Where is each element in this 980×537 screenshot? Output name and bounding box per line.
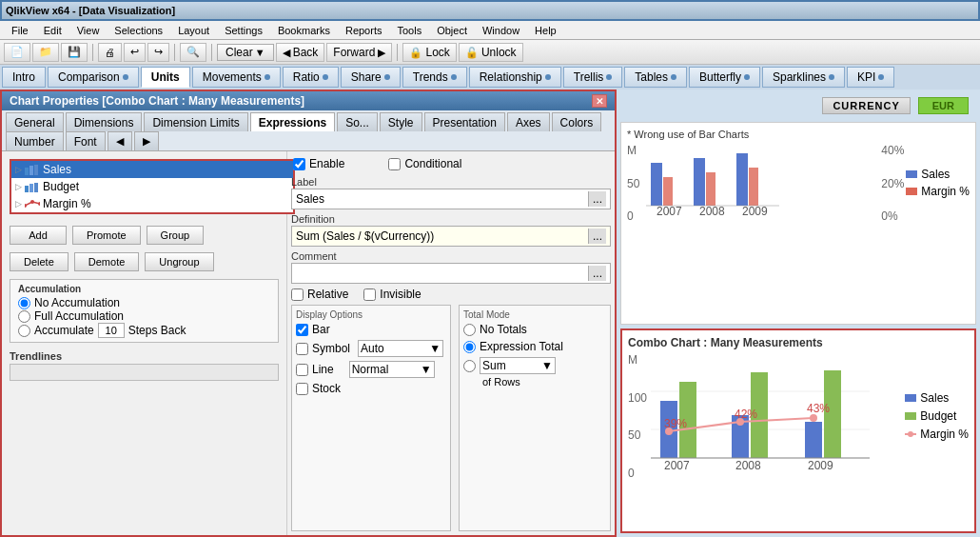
dialog-tab-number[interactable]: Number [6, 131, 64, 150]
conditional-checkbox[interactable] [388, 158, 401, 170]
enable-checkbox[interactable] [293, 158, 305, 170]
dialog-tab-axes[interactable]: Axes [507, 112, 550, 131]
definition-input[interactable]: Sum (Sales / $(vCurrency)) ... [291, 226, 611, 247]
dialog-tab-dimension-limits[interactable]: Dimension Limits [144, 112, 247, 131]
dialog-tab-colors[interactable]: Colors [552, 112, 602, 131]
no-totals-radio[interactable]: No Totals [463, 323, 606, 336]
line-select[interactable]: Normal▼ [349, 361, 435, 378]
dialog-close-button[interactable]: ✕ [592, 94, 607, 108]
tab-comparison-dot [123, 74, 128, 80]
conditional-checkbox-label[interactable]: Conditional [388, 157, 461, 170]
dialog-tab-nav-right[interactable]: ▶ [134, 131, 159, 150]
menu-object[interactable]: Object [429, 23, 475, 38]
sum-radio[interactable]: Sum▼ [463, 357, 606, 374]
of-rows-label: of Rows [463, 376, 606, 388]
line-check-label[interactable]: Line Normal▼ [296, 361, 446, 378]
new-button[interactable]: 📄 [4, 43, 30, 62]
demote-button[interactable]: Demote [74, 252, 140, 271]
tab-relationship[interactable]: Relationship [469, 67, 561, 88]
stock-checkbox[interactable] [296, 383, 308, 395]
svg-text:42%: 42% [735, 408, 757, 421]
group-button[interactable]: Group [147, 226, 205, 245]
tab-intro[interactable]: Intro [2, 67, 46, 88]
menu-selections[interactable]: Selections [107, 23, 170, 38]
sep4 [397, 44, 398, 61]
symbol-checkbox[interactable] [296, 343, 308, 355]
symbol-select[interactable]: Auto▼ [358, 340, 443, 357]
ungroup-button[interactable]: Ungroup [145, 252, 213, 271]
label-input[interactable]: Sales ... [291, 189, 611, 209]
dialog-tab-presentation[interactable]: Presentation [424, 112, 505, 131]
unlock-button[interactable]: 🔓 Unlock [459, 43, 523, 62]
dialog-tab-expressions[interactable]: Expressions [250, 112, 335, 131]
enable-checkbox-label[interactable]: Enable [293, 157, 344, 170]
menu-edit[interactable]: Edit [36, 23, 69, 38]
accum-full-radio[interactable]: Full Accumulation [18, 309, 270, 323]
expr-sales[interactable]: ▷ Sales [11, 161, 293, 178]
symbol-check-label[interactable]: Symbol Auto▼ [296, 340, 446, 357]
menu-reports[interactable]: Reports [338, 23, 390, 38]
delete-button[interactable]: Delete [10, 252, 69, 271]
tab-sparklines[interactable]: Sparklines [762, 67, 845, 88]
invisible-checkbox[interactable] [363, 288, 376, 301]
lock-button[interactable]: 🔒 Lock [402, 43, 456, 62]
tab-tables[interactable]: Tables [624, 67, 687, 88]
clear-button[interactable]: Clear ▼ [217, 44, 274, 61]
save-button[interactable]: 💾 [61, 43, 88, 62]
menu-view[interactable]: View [69, 23, 108, 38]
menu-settings[interactable]: Settings [217, 23, 270, 38]
line-checkbox[interactable] [296, 364, 308, 376]
tab-share[interactable]: Share [341, 67, 401, 88]
menu-help[interactable]: Help [527, 23, 564, 38]
menu-file[interactable]: File [4, 23, 36, 38]
back-button[interactable]: ◀ Back [276, 43, 325, 62]
print-button[interactable]: 🖨 [98, 43, 122, 62]
tab-movements[interactable]: Movements [192, 67, 281, 88]
bar-checkbox[interactable] [296, 324, 308, 336]
stock-check-label[interactable]: Stock [296, 382, 446, 395]
add-button[interactable]: Add [10, 226, 67, 245]
tab-butterfly[interactable]: Butterfly [689, 67, 760, 88]
expr-budget[interactable]: ▷ Budget [11, 178, 293, 195]
menu-window[interactable]: Window [475, 23, 527, 38]
search-button[interactable]: 🔍 [180, 43, 206, 62]
redo-button[interactable]: ↪ [147, 43, 169, 62]
tab-trellis[interactable]: Trellis [563, 67, 623, 88]
definition-input-btn[interactable]: ... [588, 229, 606, 244]
tab-ratio[interactable]: Ratio [283, 67, 339, 88]
open-button[interactable]: 📁 [32, 43, 59, 62]
wrong-chart-r-axis: 40% 20% 0% [881, 144, 900, 223]
dialog-tab-sort[interactable]: So... [337, 112, 378, 131]
expr-margin[interactable]: ▷ Margin % [11, 195, 293, 212]
steps-input[interactable] [98, 323, 125, 338]
dialog-tab-nav-left[interactable]: ◀ [108, 131, 132, 150]
legend-sales-color [906, 170, 917, 178]
menu-tools[interactable]: Tools [389, 23, 429, 38]
svg-rect-14 [706, 172, 715, 206]
dialog-tab-style[interactable]: Style [380, 112, 422, 131]
menu-layout[interactable]: Layout [170, 23, 217, 38]
tab-kpi[interactable]: KPI [847, 67, 894, 88]
dialog-tab-general[interactable]: General [6, 112, 64, 131]
undo-button[interactable]: ↩ [124, 43, 146, 62]
currency-label[interactable]: CURRENCY [822, 97, 910, 114]
tab-trends[interactable]: Trends [402, 67, 467, 88]
bar-check-label[interactable]: Bar [296, 323, 446, 336]
dialog-tab-font[interactable]: Font [66, 131, 106, 150]
invisible-checkbox-label[interactable]: Invisible [363, 288, 421, 301]
menu-bookmarks[interactable]: Bookmarks [270, 23, 338, 38]
relative-checkbox-label[interactable]: Relative [291, 288, 348, 301]
dialog-tab-dimensions[interactable]: Dimensions [66, 112, 143, 131]
combo-chart-svg: 39% 42% 43% 2007 2008 2009 [651, 353, 870, 477]
relative-checkbox[interactable] [291, 288, 304, 301]
label-input-btn[interactable]: ... [588, 191, 606, 207]
comment-input[interactable]: ... [291, 263, 611, 284]
promote-button[interactable]: Promote [72, 226, 141, 245]
forward-button[interactable]: Forward ▶ [326, 43, 392, 62]
sum-select[interactable]: Sum▼ [480, 357, 556, 374]
tab-units[interactable]: Units [141, 67, 190, 88]
accum-no-radio[interactable]: No Accumulation [18, 296, 270, 309]
expr-total-radio[interactable]: Expression Total [463, 340, 606, 353]
comment-input-btn[interactable]: ... [588, 266, 606, 281]
tab-comparison[interactable]: Comparison [48, 67, 139, 88]
